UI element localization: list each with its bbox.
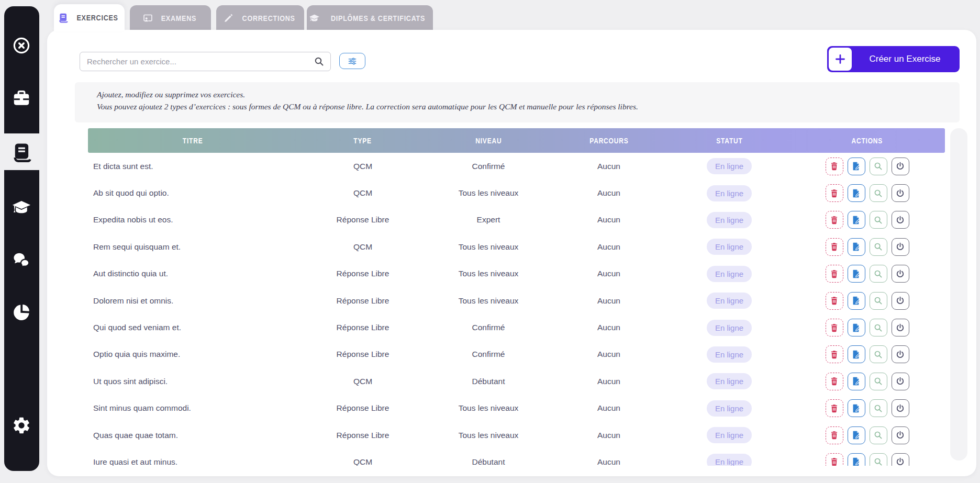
exercise-parcours: Aucun [549,457,669,466]
sidebar-item-exercises[interactable] [10,142,32,164]
sidebar-item-stats[interactable] [10,302,32,322]
create-exercise-button[interactable]: Créer un Exercise [827,46,960,72]
table-row: Rem sequi quisquam et. QCM Tous les nive… [88,233,945,260]
preview-button[interactable] [870,211,887,229]
preview-button[interactable] [870,265,887,283]
toggle-online-button[interactable] [892,399,909,417]
search-icon[interactable] [314,56,325,67]
exercise-type: QCM [297,188,428,198]
delete-button[interactable] [826,292,843,310]
table-scrollbar[interactable] [950,128,967,460]
status-cell: En ligne [669,346,789,363]
info-line-1: Ajoutez, modifiez ou supprimez vos exerc… [97,90,944,99]
actions-cell [789,265,945,283]
exercise-title: Dolorem nisi et omnis. [88,296,297,306]
toggle-online-button[interactable] [892,265,909,283]
book-icon [58,13,69,24]
tab-label: CORRECTIONS [242,14,295,23]
preview-button[interactable] [870,184,887,202]
power-icon [895,242,905,252]
toggle-online-button[interactable] [892,211,909,229]
preview-button[interactable] [870,426,887,444]
sidebar-item-workspace[interactable] [10,88,32,108]
delete-button[interactable] [826,211,843,229]
edit-button[interactable] [848,238,865,256]
toggle-online-button[interactable] [892,238,909,256]
actions-cell [789,211,945,229]
preview-button[interactable] [870,345,887,363]
sidebar-item-messages[interactable] [10,250,32,270]
exercise-niveau: Tous les niveaux [428,242,549,252]
delete-button[interactable] [826,238,843,256]
search-input[interactable] [80,52,331,71]
delete-button[interactable] [826,373,843,390]
toggle-online-button[interactable] [892,184,909,202]
toggle-online-button[interactable] [892,319,909,336]
actions-cell [789,292,945,310]
preview-button[interactable] [870,453,887,466]
table-row: Quas quae quae totam. Réponse Libre Tous… [88,422,945,448]
edit-button[interactable] [848,426,865,444]
tab-examens[interactable]: EXAMENS [130,5,211,31]
magnifier-icon [873,430,883,440]
power-icon [895,350,905,360]
graduation-cap-icon [309,13,320,24]
exercise-title: Ab sit quod qui optio. [88,188,297,198]
edit-button[interactable] [848,345,865,363]
edit-button[interactable] [848,319,865,336]
preview-button[interactable] [870,238,887,256]
delete-button[interactable] [826,319,843,336]
edit-button[interactable] [848,373,865,390]
edit-button[interactable] [848,453,865,466]
sidebar-item-settings[interactable] [10,415,32,435]
magnifier-icon [873,269,883,279]
toggle-online-button[interactable] [892,292,909,310]
preview-button[interactable] [870,399,887,417]
sidebar-item-close[interactable] [12,36,31,55]
trash-icon [829,215,839,225]
tab-corrections[interactable]: CORRECTIONS [216,5,304,31]
table-row: Optio quia quis maxime. Réponse Libre Co… [88,341,945,368]
preview-button[interactable] [870,292,887,310]
toggle-online-button[interactable] [892,453,909,466]
edit-document-icon [851,376,861,386]
toggle-online-button[interactable] [892,373,909,390]
edit-button[interactable] [848,158,865,175]
exercise-title: Quas quae quae totam. [88,431,297,440]
delete-button[interactable] [826,399,843,417]
delete-button[interactable] [826,184,843,202]
header-statut: STATUT [669,136,789,145]
magnifier-icon [873,350,883,360]
edit-document-icon [851,403,861,413]
toggle-online-button[interactable] [892,158,909,175]
status-cell: En ligne [669,212,789,228]
header-type: TYPE [297,136,428,145]
edit-button[interactable] [848,265,865,283]
tab-diplomes[interactable]: DIPLÔMES & CERTIFICATS [307,5,433,31]
status-cell: En ligne [669,239,789,255]
sidebar-item-trainings[interactable] [10,198,33,218]
exercise-type: Réponse Libre [297,296,428,306]
edit-button[interactable] [848,211,865,229]
delete-button[interactable] [826,158,843,175]
exercise-niveau: Confirmé [428,350,549,359]
delete-button[interactable] [826,345,843,363]
toggle-online-button[interactable] [892,345,909,363]
edit-button[interactable] [848,184,865,202]
exercise-niveau: Tous les niveaux [428,188,549,198]
delete-button[interactable] [826,265,843,283]
edit-button[interactable] [848,292,865,310]
preview-button[interactable] [870,373,887,390]
pie-chart-icon [10,302,32,322]
preview-button[interactable] [870,319,887,336]
exercise-title: Ut quos sint adipisci. [88,377,297,386]
delete-button[interactable] [826,453,843,466]
edit-button[interactable] [848,399,865,417]
delete-button[interactable] [826,426,843,444]
exercise-niveau: Confirmé [428,323,549,332]
filter-button[interactable] [339,53,365,69]
toggle-online-button[interactable] [892,426,909,444]
status-badge: En ligne [707,427,752,443]
preview-button[interactable] [870,158,887,175]
tab-exercices[interactable]: EXERCICES [54,4,125,31]
